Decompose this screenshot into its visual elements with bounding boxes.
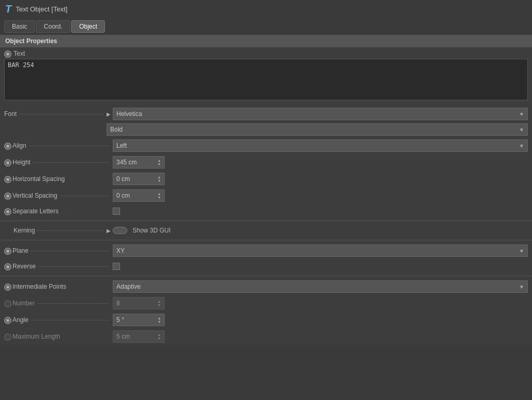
intermediate-points-dropdown[interactable]: Adaptive ▼ <box>113 280 528 293</box>
number-down[interactable]: ▼ <box>157 303 161 307</box>
separate-letters-checkbox[interactable] <box>113 208 120 215</box>
align-dropdown[interactable]: Left ▼ <box>113 139 528 152</box>
kerning-expand-icon[interactable]: ▶ <box>107 228 111 234</box>
v-spacing-dots <box>60 196 109 196</box>
vertical-spacing-arrows[interactable]: ▲ ▼ <box>157 192 161 199</box>
reverse-row: Reverse <box>0 259 532 274</box>
horizontal-spacing-radio[interactable] <box>4 176 11 183</box>
angle-row: Angle 5 ° ▲ ▼ <box>0 312 532 328</box>
v-spacing-up[interactable]: ▲ <box>157 192 161 196</box>
text-label: Text <box>14 50 25 57</box>
tab-object[interactable]: Object <box>71 20 105 33</box>
horizontal-spacing-arrows[interactable]: ▲ ▼ <box>157 175 161 183</box>
reverse-checkbox[interactable] <box>113 263 120 270</box>
number-radio[interactable] <box>4 300 11 307</box>
horizontal-spacing-spinner[interactable]: 0 cm ▲ ▼ <box>113 173 165 185</box>
angle-spinner[interactable]: 5 ° ▲ ▼ <box>113 314 165 326</box>
kerning-label-area: Kerning ▶ <box>4 227 111 234</box>
angle-arrows[interactable]: ▲ ▼ <box>157 316 161 324</box>
plane-label: Plane <box>12 247 29 254</box>
height-label: Height <box>12 159 31 166</box>
plane-radio[interactable] <box>4 248 11 255</box>
divider-1 <box>0 221 532 221</box>
kerning-label: Kerning <box>14 227 35 234</box>
maximum-length-label: Maximum Length <box>12 333 60 340</box>
separate-letters-label-area: Separate Letters . . <box>4 207 111 215</box>
v-spacing-down[interactable]: ▼ <box>157 196 161 199</box>
tab-basic[interactable]: Basic <box>4 20 35 33</box>
number-up[interactable]: ▲ <box>157 300 161 303</box>
plane-dropdown[interactable]: XY ▼ <box>113 244 528 257</box>
number-arrows[interactable]: ▲ ▼ <box>157 300 161 307</box>
vertical-spacing-value: 0 cm <box>116 192 130 199</box>
height-row: Height 345 cm ▲ ▼ <box>0 154 532 171</box>
height-label-area: Height <box>4 158 111 166</box>
max-length-down[interactable]: ▼ <box>157 337 161 340</box>
maximum-length-value: 5 cm <box>116 333 130 340</box>
number-spinner[interactable]: 8 ▲ ▼ <box>113 297 165 309</box>
show-3d-gui-toggle[interactable] <box>113 227 127 234</box>
angle-value: 5 ° <box>116 316 124 324</box>
angle-up[interactable]: ▲ <box>157 316 161 320</box>
number-row: Number 8 ▲ ▼ <box>0 295 532 312</box>
height-radio[interactable] <box>4 159 11 166</box>
plane-label-area: Plane <box>4 247 111 255</box>
separate-letters-radio[interactable] <box>4 208 11 215</box>
maximum-length-spinner[interactable]: 5 cm ▲ ▼ <box>113 330 165 343</box>
height-arrows[interactable]: ▲ ▼ <box>157 159 161 166</box>
horizontal-spacing-label: Horizontal Spacing <box>12 175 65 183</box>
header: T Text Object [Text] <box>0 0 532 18</box>
angle-label-area: Angle <box>4 316 111 324</box>
font-dropdown[interactable]: Helvetica ▼ <box>113 108 528 120</box>
object-properties-header: Object Properties <box>0 35 532 47</box>
maximum-length-row: Maximum Length 5 cm ▲ ▼ <box>0 328 532 345</box>
separate-letters-row: Separate Letters . . <box>0 204 532 218</box>
number-label-area: Number <box>4 299 111 307</box>
kerning-row: Kerning ▶ Show 3D GUI <box>0 223 532 238</box>
maximum-length-arrows[interactable]: ▲ ▼ <box>157 333 161 340</box>
align-label: Align <box>12 142 26 149</box>
reverse-label: Reverse <box>12 263 36 270</box>
plane-dots <box>31 251 109 251</box>
horizontal-spacing-label-area: Horizontal Spacing <box>4 175 111 183</box>
align-arrow: ▼ <box>519 143 524 149</box>
angle-label: Angle <box>12 316 29 324</box>
intermediate-points-radio[interactable] <box>4 283 11 291</box>
reverse-radio[interactable] <box>4 263 11 270</box>
h-spacing-up[interactable]: ▲ <box>157 175 161 179</box>
height-up-arrow[interactable]: ▲ <box>157 159 161 162</box>
vertical-spacing-spinner[interactable]: 0 cm ▲ ▼ <box>113 189 165 202</box>
intermediate-points-arrow: ▼ <box>519 284 524 290</box>
tab-coord[interactable]: Coord. <box>36 20 70 33</box>
kerning-dots <box>37 230 104 231</box>
font-expand-icon[interactable]: ▶ <box>107 111 111 117</box>
font-style-value: Bold <box>110 126 123 133</box>
horizontal-spacing-value: 0 cm <box>116 175 130 183</box>
align-radio[interactable] <box>4 143 11 150</box>
font-style-dropdown[interactable]: Bold ▼ <box>107 123 528 136</box>
height-down-arrow[interactable]: ▼ <box>157 162 161 166</box>
align-dots <box>29 146 109 146</box>
font-value: Helvetica <box>116 110 142 118</box>
max-length-up[interactable]: ▲ <box>157 333 161 337</box>
maximum-length-radio[interactable] <box>4 333 11 341</box>
vertical-spacing-radio[interactable] <box>4 192 11 200</box>
text-input[interactable]: BAR 254 <box>4 59 528 100</box>
tab-bar: Basic Coord. Object <box>0 18 532 35</box>
intermediate-points-row: Intermediate Points Adaptive ▼ <box>0 278 532 295</box>
header-title: Text Object [Text] <box>16 5 68 13</box>
vertical-spacing-row: Vertical Spacing 0 cm ▲ ▼ <box>0 187 532 204</box>
angle-radio[interactable] <box>4 317 11 324</box>
plane-value: XY <box>116 247 125 254</box>
show-3d-gui-label: Show 3D GUI <box>132 227 170 234</box>
font-dropdown-arrow: ▼ <box>519 111 524 117</box>
text-radio[interactable] <box>4 50 11 58</box>
plane-row: Plane XY ▼ <box>0 242 532 259</box>
plane-arrow: ▼ <box>519 248 524 254</box>
font-label: Font <box>4 110 17 118</box>
font-row: Font ▶ Helvetica ▼ <box>0 106 532 122</box>
h-spacing-down[interactable]: ▼ <box>157 179 161 183</box>
number-label: Number <box>12 300 35 307</box>
height-spinner[interactable]: 345 cm ▲ ▼ <box>113 156 165 169</box>
angle-down[interactable]: ▼ <box>157 320 161 324</box>
